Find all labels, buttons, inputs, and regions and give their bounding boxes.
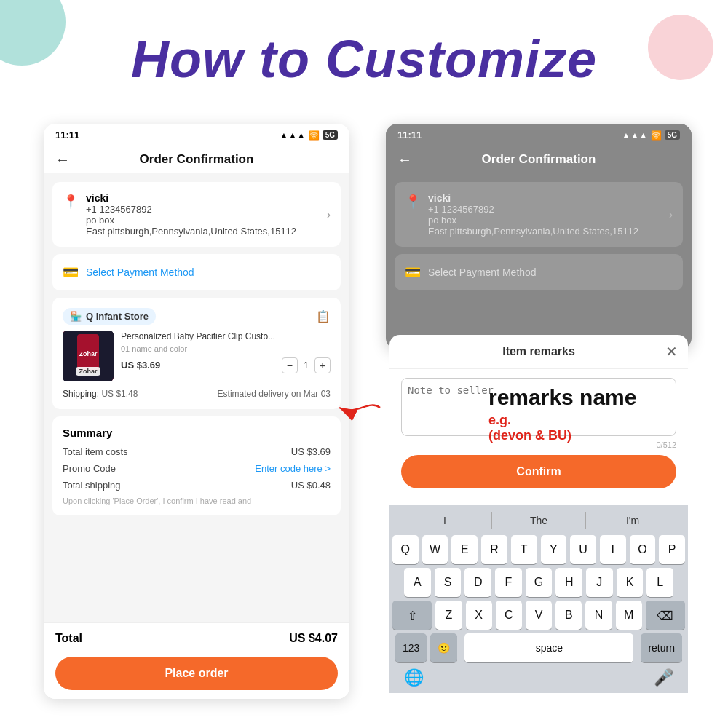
key-123[interactable]: 123 (395, 633, 427, 662)
phone-content-left: 📍 vicki +1 1234567892 po box East pittsb… (44, 173, 349, 683)
shipping-delivery: Estimated delivery on Mar 03 (218, 389, 331, 399)
address-info-right: vicki +1 1234567892 po box East pittsbur… (428, 192, 638, 237)
key-z[interactable]: Z (435, 601, 462, 630)
summary-shipping: Total shipping US $0.48 (63, 480, 331, 491)
place-order-button[interactable]: Place order (55, 657, 338, 690)
address-card[interactable]: 📍 vicki +1 1234567892 po box East pittsb… (52, 182, 341, 247)
keyboard-bottom-row: 123 🙂 space return (392, 633, 685, 662)
store-badge[interactable]: 🏪 Q Infant Store (63, 308, 156, 325)
shipping-cost: US $1.48 (101, 389, 138, 399)
summary-card: Summary Total item costs US $3.69 Promo … (52, 416, 341, 515)
page-title-left: Order Confirmation (140, 152, 254, 167)
address-card-right: 📍 vicki +1 1234567892 po box East pittsb… (395, 182, 683, 247)
address-phone: +1 1234567892 (86, 204, 320, 215)
signal-icon: ▲▲▲ (280, 130, 306, 141)
suggestion-the[interactable]: The (492, 512, 586, 529)
key-k[interactable]: K (617, 568, 644, 597)
modal-close-button[interactable]: ✕ (665, 343, 678, 360)
suggestion-i[interactable]: I (398, 512, 492, 529)
key-space[interactable]: space (464, 633, 633, 662)
shipping-row: Shipping: US $1.48 Estimated delivery on… (63, 389, 331, 399)
key-r[interactable]: R (481, 535, 507, 564)
item-cost-label: Total item costs (63, 446, 128, 457)
key-p[interactable]: P (659, 535, 685, 564)
phone-screenshot-right: 11:11 ▲▲▲ 🛜 5G ← Order Confirmation 📍 vi… (386, 124, 692, 349)
payment-card[interactable]: 💳 Select Payment Method (52, 254, 341, 290)
disclaimer-text: Upon clicking 'Place Order', I confirm I… (63, 496, 331, 505)
nav-bar-left: ← Order Confirmation (44, 146, 349, 173)
key-d[interactable]: D (464, 568, 491, 597)
key-g[interactable]: G (526, 568, 553, 597)
key-i[interactable]: I (600, 535, 626, 564)
keyboard-row-1: Q W E R T Y U I O P (392, 535, 685, 564)
key-s[interactable]: S (435, 568, 462, 597)
confirm-button[interactable]: Confirm (401, 455, 676, 488)
time-right: 11:11 (397, 130, 422, 141)
modal-header: Item remarks ✕ (389, 335, 688, 369)
note-input-container: remarks name e.g.(devon & BU) 0/512 (401, 378, 676, 449)
note-to-seller-input[interactable] (401, 378, 676, 436)
product-price-row: US $3.69 − 1 + (121, 357, 331, 373)
key-v[interactable]: V (526, 601, 552, 630)
address-phone-right: +1 1234567892 (428, 204, 638, 215)
note-icon[interactable]: 📋 (316, 309, 331, 323)
promo-label: Promo Code (63, 463, 116, 474)
qty-decrease-button[interactable]: − (282, 357, 298, 373)
key-n[interactable]: N (585, 601, 612, 630)
payment-icon-right: 💳 (405, 264, 421, 280)
key-a[interactable]: A (404, 568, 431, 597)
svg-text:Zohar: Zohar (79, 350, 97, 357)
store-product-card: 🏪 Q Infant Store 📋 Zohar Zohar Personali… (52, 298, 341, 409)
qty-increase-button[interactable]: + (314, 357, 331, 373)
carrier-badge-right: 5G (665, 130, 680, 140)
key-u[interactable]: U (570, 535, 596, 564)
signal-icon-right: ▲▲▲ (622, 130, 648, 141)
key-w[interactable]: W (422, 535, 448, 564)
store-icon: 🏪 (70, 311, 82, 322)
back-button-right[interactable]: ← (397, 151, 412, 168)
modal-body: remarks name e.g.(devon & BU) 0/512 Conf… (389, 369, 688, 505)
key-m[interactable]: M (616, 601, 642, 630)
payment-label-right: Select Payment Method (428, 266, 537, 278)
product-variant: 01 name and color (121, 344, 331, 353)
suggestion-im[interactable]: I'm (586, 512, 679, 529)
back-button-left[interactable]: ← (55, 151, 70, 168)
key-x[interactable]: X (466, 601, 492, 630)
summary-promo[interactable]: Promo Code Enter code here > (63, 463, 331, 474)
key-b[interactable]: B (555, 601, 582, 630)
shipping-total-label: Total shipping (63, 480, 121, 491)
key-l[interactable]: L (646, 568, 673, 597)
key-backspace[interactable]: ⌫ (646, 601, 685, 630)
item-cost-value: US $3.69 (291, 446, 331, 457)
wifi-icon: 🛜 (309, 130, 320, 141)
key-shift[interactable]: ⇧ (392, 601, 432, 630)
key-emoji[interactable]: 🙂 (430, 633, 457, 662)
globe-icon[interactable]: 🌐 (404, 668, 424, 687)
page-title-right: Order Confirmation (482, 152, 596, 167)
location-icon-right: 📍 (405, 194, 421, 210)
payment-icon: 💳 (63, 264, 79, 280)
mic-icon[interactable]: 🎤 (654, 668, 673, 687)
address-city-right: East pittsburgh,Pennsylvania,United Stat… (428, 226, 638, 237)
total-label: Total (55, 632, 82, 645)
key-y[interactable]: Y (541, 535, 567, 564)
product-image: Zohar Zohar (63, 331, 114, 381)
key-j[interactable]: J (586, 568, 613, 597)
key-c[interactable]: C (496, 601, 522, 630)
key-return[interactable]: return (641, 633, 682, 662)
quantity-control: − 1 + (282, 357, 331, 373)
address-street-right: po box (428, 215, 638, 226)
key-q[interactable]: Q (392, 535, 419, 564)
status-icons-right: ▲▲▲ 🛜 5G (622, 130, 680, 141)
bottom-bar: Total US $4.07 Place order (44, 622, 349, 699)
address-city: East pittsburgh,Pennsylvania,United Stat… (86, 226, 320, 237)
product-price: US $3.69 (121, 360, 160, 371)
key-h[interactable]: H (555, 568, 582, 597)
chevron-right-icon-right: › (669, 208, 673, 221)
key-t[interactable]: T (511, 535, 537, 564)
key-e[interactable]: E (451, 535, 478, 564)
key-f[interactable]: F (495, 568, 522, 597)
bg-decoration-teal (0, 0, 66, 66)
key-o[interactable]: O (630, 535, 656, 564)
payment-label: Select Payment Method (86, 266, 194, 278)
